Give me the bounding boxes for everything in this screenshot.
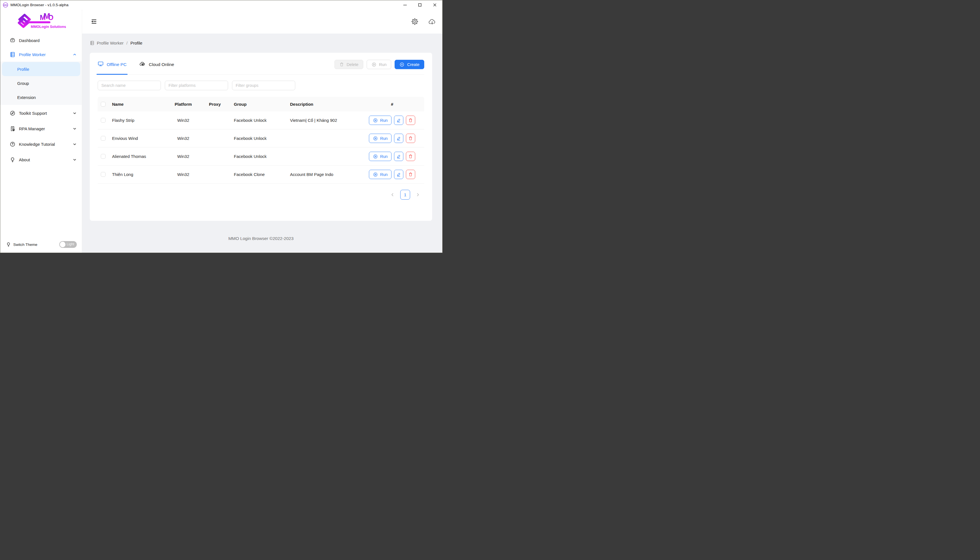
sidebar-item-label: Profile [17,67,29,72]
sidebar-item-label: About [19,157,30,162]
minimize-button[interactable] [397,0,412,10]
run-button-label: Run [379,62,387,67]
row-checkbox[interactable] [101,154,105,159]
create-button[interactable]: Create [395,60,424,69]
prev-page-icon[interactable] [390,193,395,197]
collapse-sidebar-icon[interactable] [90,18,97,25]
maximize-button[interactable] [412,0,427,10]
brand-subtext-svg: MMOLogin Solutions [31,25,66,29]
tab-offline-pc[interactable]: Offline PC [98,53,127,75]
footer-copyright: MMO Login Browser ©2022-2023 [90,236,432,241]
row-delete-button[interactable] [406,170,415,179]
sidebar-item-profile[interactable]: Profile [2,62,80,76]
question-circle-icon [10,141,15,147]
app-logo-icon: MMO [3,2,8,8]
table-row: Flashy Strip Win32 Facebook Unlock Vietn… [98,112,424,130]
filter-platforms-input[interactable] [165,81,228,90]
row-edit-button[interactable] [394,170,403,179]
cell-group: Facebook Unlock [229,154,284,159]
theme-toggle[interactable]: Light [59,241,77,248]
tabs: Offline PC [98,53,174,75]
delete-button-label: Delete [346,62,358,67]
monitor-icon [98,61,104,68]
sidebar-item-toolkit-support[interactable]: Toolkit Support [0,106,82,120]
row-edit-button[interactable] [394,152,403,161]
sidebar-item-dashboard[interactable]: Dashboard [0,33,82,47]
sidebar-item-group[interactable]: Group [0,76,82,90]
row-run-label: Run [380,118,388,123]
chevron-down-icon [72,142,77,146]
row-checkbox[interactable] [101,118,105,123]
table-row: Alienated Thomas Win32 Facebook Unlock R… [98,147,424,165]
row-run-button[interactable]: Run [369,152,392,161]
cell-group: Facebook Unlock [229,136,284,141]
sidebar-item-profile-worker[interactable]: Profile Worker [0,47,82,62]
lightbulb-icon [10,157,15,163]
cell-description: Vietnam| Cổ | Kháng 902 [284,118,360,123]
tab-label: Offline PC [107,62,127,67]
page-number-button[interactable]: 1 [400,190,410,200]
compass-icon [10,110,15,116]
server-rack-icon [90,41,95,45]
row-checkbox[interactable] [101,136,105,141]
row-run-button[interactable]: Run [369,170,392,179]
cell-platform: Win32 [166,118,201,123]
row-edit-button[interactable] [394,134,403,143]
breadcrumb-current: Profile [130,41,142,45]
sidebar-item-about[interactable]: About [0,153,82,167]
cell-name: Alienated Thomas [107,154,166,159]
create-button-label: Create [407,62,420,67]
row-delete-button[interactable] [406,116,415,125]
row-delete-button[interactable] [406,152,415,161]
sidebar-item-label: Dashboard [19,38,40,43]
breadcrumb: Profile Worker / Profile [90,41,432,45]
sidebar-item-rpa-manager[interactable]: RPA Manager [0,122,82,136]
sidebar-item-label: Knowledge Tutorial [19,142,55,147]
row-checkbox[interactable] [101,172,105,177]
column-header-proxy: Proxy [201,102,229,107]
cell-platform: Win32 [166,136,201,141]
filters [98,81,424,90]
sidebar-item-knowledge-tutorial[interactable]: Knowledge Tutorial [0,137,82,151]
tab-cloud-online[interactable]: Cloud Online [139,53,174,75]
sidebar-item-extension[interactable]: Extension [0,90,82,104]
table-row: Envious Wind Win32 Facebook Unlock Run [98,130,424,147]
row-run-label: Run [380,136,388,141]
topbar [82,10,442,33]
delete-button[interactable]: Delete [334,60,363,69]
chevron-up-icon [72,52,77,57]
cell-platform: Win32 [166,154,201,159]
toggle-label: Light [67,242,74,246]
row-run-label: Run [380,172,388,177]
breadcrumb-separator: / [127,41,127,45]
search-name-input[interactable] [98,81,161,90]
chevron-down-icon [72,111,77,115]
svg-text:O: O [48,13,54,22]
titlebar: MMO MMOLogin Browser - v1.0.5-alpha [0,0,442,10]
svg-text:MMO: MMO [4,4,7,6]
sidebar-item-label: RPA Manager [19,126,45,131]
cloud-download-icon[interactable] [428,18,436,25]
run-button[interactable]: Run [367,60,391,69]
cell-group: Facebook Clone [229,172,284,177]
row-delete-button[interactable] [406,134,415,143]
file-check-icon [10,126,15,132]
sidebar-item-label: Profile Worker [19,52,46,57]
filter-groups-input[interactable] [232,81,295,90]
column-header-group: Group [229,102,284,107]
row-edit-button[interactable] [394,116,403,125]
row-run-button[interactable]: Run [369,116,392,125]
select-all-checkbox[interactable] [101,102,105,107]
row-run-button[interactable]: Run [369,134,392,143]
column-header-platform: Platform [166,102,201,107]
profile-worker-submenu: Profile Group Extension [0,62,82,105]
brand-logo: M M O MMOLogin Solutions [0,10,82,33]
settings-gear-icon[interactable] [411,18,418,25]
close-button[interactable] [427,0,442,10]
toolbar: Delete Run [334,58,424,69]
cell-name: Envious Wind [107,136,166,141]
breadcrumb-parent[interactable]: Profile Worker [97,41,124,45]
cell-name: Flashy Strip [107,118,166,123]
next-page-icon[interactable] [416,193,420,197]
server-rack-icon [10,52,15,58]
